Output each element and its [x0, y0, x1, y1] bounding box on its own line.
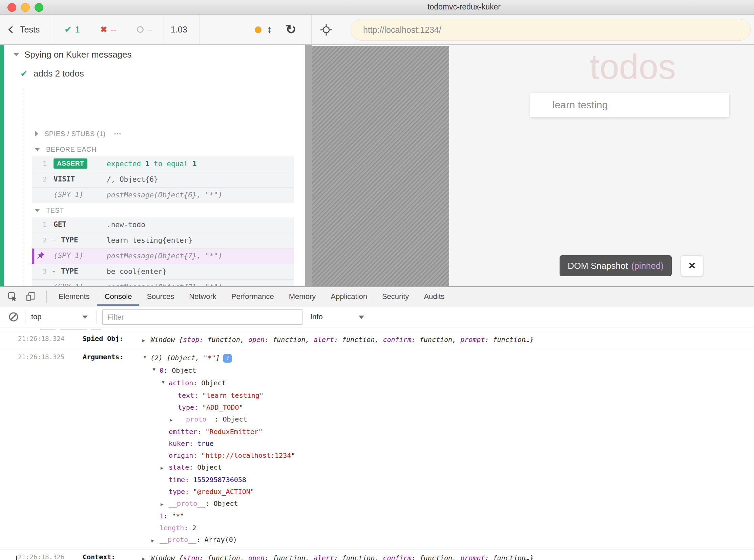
close-window-button[interactable] [7, 3, 16, 12]
reporter-indent-line [24, 88, 24, 286]
clear-console-icon[interactable] [8, 312, 19, 324]
device-toolbar-icon[interactable] [26, 292, 36, 303]
spy-log-row[interactable]: (SPY-1)postMessage(Object{6}, "*") [32, 187, 294, 203]
expand-triangle-icon[interactable]: ▶ [160, 498, 169, 510]
url-input[interactable] [351, 19, 750, 40]
expand-triangle-icon[interactable]: ▶ [157, 381, 169, 389]
reload-icon[interactable]: ↻ [286, 15, 296, 44]
console-entry-content: ▶Window {stop: function, open: function,… [142, 552, 754, 560]
clipped-console-row [0, 327, 754, 331]
context-selector[interactable]: top [31, 306, 42, 327]
console-filter-input[interactable] [102, 309, 303, 325]
tab-performance[interactable]: Performance [231, 287, 274, 306]
collapse-caret-icon[interactable] [35, 209, 40, 212]
console-entry-content: ▶(2) [Object, "*"]i▶0: Object▶action: Ob… [142, 352, 754, 546]
console-object-line: kuker: true [142, 438, 754, 449]
selector-playground-icon[interactable] [320, 23, 333, 38]
devtools-tabs-bar: ElementsConsoleSourcesNetworkPerformance… [0, 287, 754, 306]
section-test[interactable]: TEST [35, 206, 64, 214]
tab-memory[interactable]: Memory [289, 287, 316, 306]
command-message: be cool{enter} [107, 267, 264, 276]
tab-console[interactable]: Console [105, 287, 132, 306]
expand-triangle-icon[interactable]: ▶ [151, 535, 159, 546]
check-icon: ✔ [64, 24, 72, 35]
spy-log-row[interactable]: (SPY-1)postMessage(Object{7}, "*") [32, 248, 294, 264]
console-object-line[interactable]: ▶Window {stop: function, open: function,… [142, 334, 754, 346]
console-object-line: type: "ADD_TODO" [142, 402, 754, 414]
chevron-down-icon[interactable] [359, 316, 364, 319]
snapshot-outside-region [312, 46, 449, 286]
tab-sources[interactable]: Sources [147, 287, 174, 306]
console-object-line[interactable]: ▶action: Object [142, 377, 754, 390]
expand-triangle-icon[interactable]: ▶ [142, 335, 150, 346]
console-timestamp: 21:26:18.325 [18, 353, 64, 361]
pin-icon[interactable] [37, 252, 45, 260]
expand-triangle-icon[interactable]: ▶ [148, 368, 160, 377]
tab-security[interactable]: Security [382, 287, 409, 306]
console-timestamp: 21:26:18.326 [18, 553, 64, 560]
command-message: .new-todo [107, 220, 264, 229]
minimize-window-button[interactable] [21, 3, 30, 12]
runner-main: Spying on Kuker messages ✔ adds 2 todos … [0, 45, 754, 286]
section-before-each[interactable]: BEFORE EACH [35, 145, 97, 153]
tab-network[interactable]: Network [189, 287, 216, 306]
toolbar-separator [165, 15, 165, 44]
command-dash: - [52, 236, 56, 244]
tab-elements[interactable]: Elements [59, 287, 90, 306]
log-level-selector[interactable]: Info [310, 306, 323, 327]
collapse-caret-icon[interactable] [35, 148, 40, 151]
command-row[interactable]: 2-TYPElearn testing{enter} [32, 233, 294, 248]
back-to-tests-button[interactable]: Tests [9, 15, 40, 44]
url-bar [351, 19, 751, 41]
new-todo-input[interactable] [530, 93, 729, 117]
spy-log-row[interactable]: (SPY-1)postMessage(Object{7}, "*") [32, 279, 294, 286]
expand-caret-icon[interactable] [35, 131, 38, 137]
expand-triangle-icon[interactable]: ▶ [160, 462, 169, 474]
test-passed-check-icon: ✔ [20, 69, 27, 79]
expand-triangle-icon[interactable]: ▶ [139, 356, 151, 364]
console-log-entry: 21:26:18.326Context:▶Window {stop: funct… [0, 549, 754, 560]
console-object-line[interactable]: ▶(2) [Object, "*"]i [142, 352, 754, 365]
chevron-down-icon[interactable] [82, 316, 88, 319]
console-object-line: 1: "*" [142, 510, 754, 522]
more-dots-icon[interactable]: ⋯ [114, 129, 122, 138]
expand-triangle-icon[interactable]: ▶ [170, 414, 178, 426]
unpin-snapshot-button[interactable]: ✕ [681, 255, 703, 276]
viewport-scale-icon[interactable]: ↕ [267, 15, 272, 44]
command-number: 3 [35, 267, 47, 275]
console-object-line: emitter: "ReduxEmitter" [142, 426, 754, 438]
tab-application[interactable]: Application [331, 287, 367, 306]
command-number: 1 [35, 159, 47, 167]
console-entry-content: ▶Window {stop: function, open: function,… [142, 334, 754, 346]
command-row[interactable]: 1GET.new-todo [32, 217, 294, 233]
section-spies-stubs[interactable]: SPIES / STUBS (1) ⋯ [35, 129, 122, 138]
test-section-label: TEST [46, 206, 64, 214]
suite-row[interactable]: Spying on Kuker messages [14, 49, 132, 60]
console-object-line[interactable]: ▶__proto__: Object [142, 498, 754, 510]
console-object-line[interactable]: ▶0: Object [142, 365, 754, 377]
command-message: /, Object{6} [107, 175, 264, 184]
collapse-caret-icon[interactable] [14, 53, 19, 56]
console-prompt-caret[interactable] [16, 556, 17, 560]
passed-value: 1 [75, 25, 80, 35]
zoom-window-button[interactable] [35, 3, 43, 12]
command-message: postMessage(Object{7}, "*") [107, 283, 264, 286]
test-row[interactable]: ✔ adds 2 todos [20, 68, 84, 79]
test-title: adds 2 todos [34, 68, 84, 79]
tab-audits[interactable]: Audits [424, 287, 444, 306]
console-object-line[interactable]: ▶__proto__: Object [142, 414, 754, 426]
pending-value: -- [147, 25, 153, 35]
command-name: (SPY-1) [54, 252, 84, 260]
command-row[interactable]: 2VISIT/, Object{6} [32, 172, 294, 187]
reporter-scrollbar[interactable] [305, 45, 312, 286]
info-icon[interactable]: i [223, 354, 232, 363]
command-row[interactable]: 1ASSERTexpected 1 to equal 1 [32, 156, 294, 172]
console-object-line[interactable]: ▶Window {stop: function, open: function,… [142, 552, 754, 560]
console-object-line[interactable]: ▶state: Object [142, 461, 754, 474]
inspect-element-icon[interactable] [7, 292, 18, 303]
command-row[interactable]: 3-TYPEbe cool{enter} [32, 264, 294, 279]
expand-triangle-icon[interactable]: ▶ [142, 553, 150, 560]
console-object-line[interactable]: ▶__proto__: Array(0) [142, 534, 754, 546]
toolbar-separator [52, 15, 52, 44]
test-duration: 1.03 [171, 15, 187, 44]
